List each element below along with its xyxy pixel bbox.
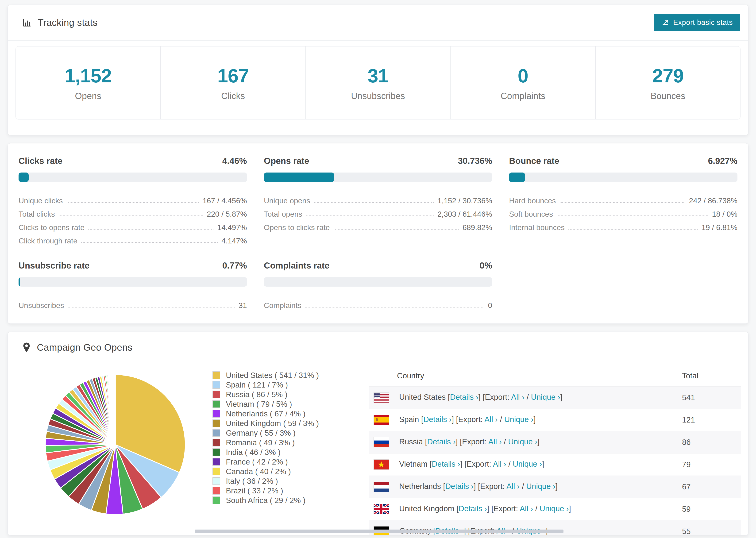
export-all-link[interactable]: All › — [484, 415, 498, 424]
geo-table-row-united-kingdom: United Kingdom [Details ›] [Export: All … — [369, 498, 741, 520]
bracket: ] [Export: — [473, 482, 506, 491]
dotted-leader — [68, 307, 235, 307]
rate-title: Unsubscribe rate — [19, 261, 89, 271]
geo-table-row-united-states: United States [Details ›] [Export: All ›… — [369, 387, 741, 409]
export-unique-link[interactable]: Unique › — [540, 504, 569, 513]
bracket: ] — [537, 437, 540, 446]
legend-swatch-icon — [212, 371, 220, 379]
export-all-link[interactable]: All › — [488, 437, 502, 446]
rate-stat-value: 242 / 86.738% — [689, 196, 737, 205]
legend-item-vietnam[interactable]: Vietnam ( 79 / 5% ) — [212, 399, 355, 409]
rate-value: 0% — [480, 261, 492, 271]
details-link[interactable]: Details › — [423, 415, 452, 424]
bracket: ] — [560, 393, 562, 402]
country-total: 86 — [682, 431, 741, 454]
export-all-link[interactable]: All › — [507, 482, 520, 491]
geo-table-row-germany: Germany [Details ›] [Export: All › / Uni… — [369, 520, 741, 536]
rate-progress-fill — [19, 173, 28, 182]
legend-swatch-icon — [212, 448, 220, 456]
rate-title: Complaints rate — [264, 261, 330, 271]
rate-stat-label: Click through rate — [19, 237, 78, 245]
legend-swatch-icon — [212, 419, 220, 427]
slash: / — [502, 437, 508, 446]
country-name: Spain — [399, 415, 421, 424]
rate-stat-value: 220 / 5.87% — [207, 210, 247, 219]
rate-value: 4.46% — [222, 156, 247, 166]
export-all-link[interactable]: All › — [511, 393, 524, 402]
legend-label: Italy ( 36 / 2% ) — [226, 477, 278, 486]
rate-stat-value: 19 / 6.81% — [702, 223, 737, 232]
flag-vn-icon — [374, 459, 389, 470]
legend-item-netherlands[interactable]: Netherlands ( 67 / 4% ) — [212, 409, 355, 418]
rate-progress-track — [19, 173, 247, 182]
legend-swatch-icon — [212, 381, 220, 389]
rate-stat-row: Unique opens 1,152 / 30.736% — [264, 192, 492, 205]
legend-item-russia[interactable]: Russia ( 86 / 5% ) — [212, 390, 355, 399]
stat-label: Bounces — [651, 91, 685, 101]
geo-table-row-spain: Spain [Details ›] [Export: All › / Uniqu… — [369, 409, 741, 431]
legend-label: France ( 42 / 2% ) — [226, 457, 288, 466]
rate-stat-label: Hard bounces — [509, 196, 556, 205]
rate-stat-value: 4.147% — [221, 237, 247, 245]
rate-stat-value: 14.497% — [217, 223, 247, 232]
legend-item-brazil[interactable]: Brazil ( 33 / 2% ) — [212, 486, 355, 496]
details-link[interactable]: Details › — [450, 393, 478, 402]
stat-label: Complaints — [501, 91, 545, 101]
column-header-country: Country — [369, 365, 682, 387]
country-total: 541 — [682, 387, 741, 409]
legend-item-spain[interactable]: Spain ( 121 / 7% ) — [212, 380, 355, 390]
legend-item-india[interactable]: India ( 46 / 3% ) — [212, 447, 355, 457]
tracking-stats-card: Tracking stats Export basic stats 1,152 … — [8, 5, 748, 135]
rate-stat-row: Complaints 0 — [264, 296, 492, 310]
legend-item-united-kingdom[interactable]: United Kingdom ( 59 / 3% ) — [212, 418, 355, 428]
geo-table-row-netherlands: Netherlands [Details ›] [Export: All › /… — [369, 476, 741, 498]
pie-slice — [115, 375, 115, 445]
legend-item-romania[interactable]: Romania ( 49 / 3% ) — [212, 438, 355, 447]
rate-stat-value: 2,303 / 61.446% — [437, 210, 492, 219]
slash: / — [520, 482, 526, 491]
stat-value: 1,152 — [65, 65, 112, 87]
legend-item-france[interactable]: France ( 42 / 2% ) — [212, 457, 355, 467]
export-unique-link[interactable]: Unique › — [531, 393, 560, 402]
details-link[interactable]: Details › — [432, 459, 460, 468]
legend-item-germany[interactable]: Germany ( 55 / 3% ) — [212, 428, 355, 438]
campaign-geo-opens-card: Campaign Geo Opens United States ( 541 /… — [8, 332, 748, 535]
export-unique-link[interactable]: Unique › — [513, 459, 542, 468]
rate-stat-row: Unique clicks 167 / 4.456% — [19, 192, 247, 205]
details-link[interactable]: Details › — [427, 437, 456, 446]
geo-content: United States ( 541 / 31% ) Spain ( 121 … — [8, 363, 748, 535]
export-all-link[interactable]: All › — [493, 459, 506, 468]
legend-item-canada[interactable]: Canada ( 40 / 2% ) — [212, 467, 355, 476]
flag-nl-icon — [374, 482, 389, 492]
rate-stat-value: 167 / 4.456% — [203, 196, 247, 205]
rate-stat-label: Total clicks — [19, 210, 55, 219]
bracket: ] [Export: — [452, 415, 484, 424]
export-basic-stats-button[interactable]: Export basic stats — [654, 14, 740, 31]
rate-block-clicks-rate: Clicks rate 4.46% Unique clicks 167 / 4.… — [19, 156, 247, 245]
export-icon — [661, 19, 669, 27]
legend-swatch-icon — [212, 400, 220, 408]
legend-item-south-africa[interactable]: South Africa ( 29 / 2% ) — [212, 496, 355, 505]
dotted-leader — [314, 202, 434, 203]
legend-label: India ( 46 / 3% ) — [226, 448, 281, 457]
export-unique-link[interactable]: Unique › — [526, 482, 556, 491]
rate-stat-label: Total opens — [264, 210, 302, 219]
export-unique-link[interactable]: Unique › — [504, 415, 534, 424]
rate-stat-value: 689.82% — [462, 223, 492, 232]
details-link[interactable]: Details › — [459, 504, 487, 513]
rate-stat-row: Total opens 2,303 / 61.446% — [264, 205, 492, 219]
legend-item-united-states[interactable]: United States ( 541 / 31% ) — [212, 370, 355, 380]
legend-item-italy[interactable]: Italy ( 36 / 2% ) — [212, 476, 355, 486]
legend-swatch-icon — [212, 410, 220, 418]
horizontal-scrollbar-thumb[interactable] — [195, 529, 564, 533]
legend-label: Spain ( 121 / 7% ) — [226, 381, 288, 389]
export-unique-link[interactable]: Unique › — [508, 437, 537, 446]
summary-stats-row: 1,152 Opens 167 Clicks 31 Unsubscribes 0… — [16, 46, 740, 120]
details-link[interactable]: Details › — [445, 482, 473, 491]
legend-label: Netherlands ( 67 / 4% ) — [226, 409, 305, 418]
rate-progress-track — [509, 173, 737, 182]
export-all-link[interactable]: All › — [520, 504, 533, 513]
legend-label: Brazil ( 33 / 2% ) — [226, 486, 283, 495]
stat-box-complaints: 0 Complaints — [451, 46, 595, 119]
geo-title: Campaign Geo Opens — [37, 342, 133, 353]
